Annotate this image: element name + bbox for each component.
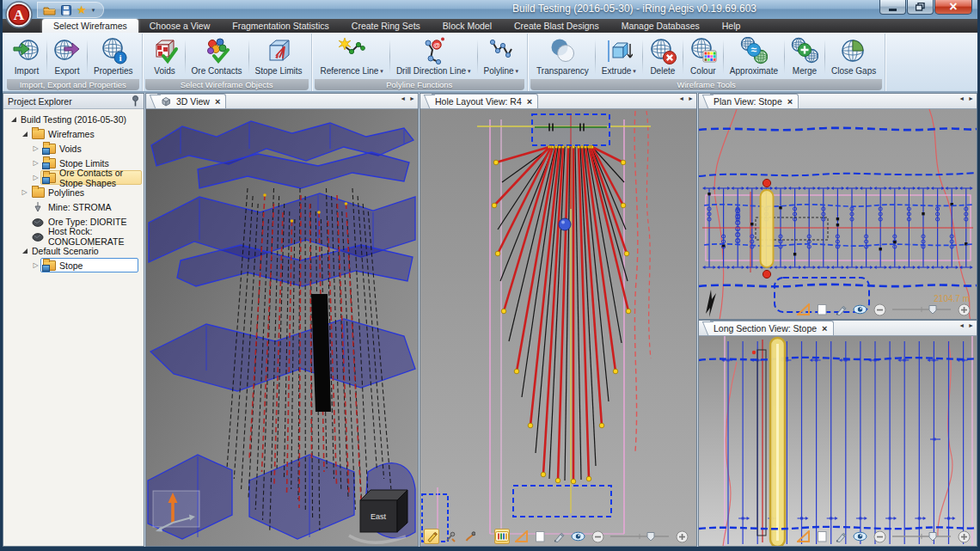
tab-scroll-left-icon[interactable]: ◄ bbox=[959, 95, 965, 101]
page-icon[interactable] bbox=[532, 529, 548, 544]
tab-scroll-left-icon[interactable]: ◄ bbox=[678, 95, 684, 101]
tab-scroll-arrows: ◄ ► bbox=[959, 95, 974, 101]
tree-item-ore-contacts-or-stope-shapes[interactable]: ▷Ore Contacts or Stope Shapes bbox=[5, 170, 142, 185]
transparency-button[interactable]: Transparency bbox=[531, 35, 594, 78]
open-folder-icon[interactable] bbox=[43, 5, 56, 15]
pin-icon[interactable] bbox=[132, 95, 139, 107]
expander-closed-icon[interactable]: ▷ bbox=[31, 262, 40, 269]
tab-hole-layout-close-icon[interactable]: × bbox=[527, 97, 532, 107]
eye-icon[interactable] bbox=[570, 529, 586, 544]
ore-contacts-button[interactable]: Ore Contacts bbox=[187, 35, 248, 78]
zoom-out-icon[interactable] bbox=[590, 529, 605, 544]
menu-tab-manage-databases[interactable]: Manage Databases bbox=[610, 19, 711, 33]
pen-icon[interactable] bbox=[833, 302, 848, 317]
favorites-icon[interactable]: ★ bbox=[77, 4, 87, 15]
expander-open-icon[interactable] bbox=[20, 132, 29, 137]
plan-viewport[interactable] bbox=[699, 109, 977, 320]
ribbon-divider bbox=[723, 40, 724, 74]
annotate-icon[interactable] bbox=[424, 529, 439, 544]
tab-scroll-right-icon[interactable]: ► bbox=[968, 322, 974, 328]
pen-icon[interactable] bbox=[833, 529, 848, 544]
tab-scroll-right-icon[interactable]: ► bbox=[968, 95, 974, 101]
zoom-in-icon[interactable] bbox=[674, 529, 689, 544]
expander-closed-icon[interactable]: ▷ bbox=[20, 189, 29, 196]
expander-closed-icon[interactable]: ▷ bbox=[31, 174, 40, 181]
tab-scroll-right-icon[interactable]: ► bbox=[688, 95, 694, 101]
selected-ring-highlight-long-section[interactable] bbox=[770, 338, 785, 547]
zoom-out-icon[interactable] bbox=[872, 529, 887, 544]
selected-ring-highlight-plan[interactable] bbox=[761, 179, 774, 278]
tab-scroll-right-icon[interactable]: ► bbox=[409, 95, 415, 101]
properties-button[interactable]: iProperties bbox=[89, 35, 138, 78]
page-icon[interactable] bbox=[814, 529, 830, 544]
menu-tab-create-ring-sets[interactable]: Create Ring Sets bbox=[340, 19, 432, 33]
tab-long-section-close-icon[interactable]: × bbox=[822, 324, 827, 334]
zoom-slider-icon[interactable] bbox=[609, 529, 671, 544]
move-hole-tool-icon[interactable] bbox=[443, 529, 458, 544]
plan-view-pane: Plan View: Stope × ◄ ► 2104.7 m bbox=[698, 93, 977, 320]
zoom-slider-icon[interactable] bbox=[891, 302, 952, 317]
charge-tool-icon[interactable] bbox=[462, 529, 477, 544]
export-button[interactable]: Export bbox=[48, 35, 86, 78]
set-square-icon[interactable] bbox=[513, 529, 529, 544]
delete-button[interactable]: Delete bbox=[644, 35, 682, 78]
tab-3d-view-close-icon[interactable]: × bbox=[215, 97, 220, 107]
set-square-icon[interactable] bbox=[795, 529, 811, 544]
close-gaps-button[interactable]: Close Gaps bbox=[826, 35, 881, 78]
eye-icon[interactable] bbox=[852, 529, 868, 544]
set-square-icon[interactable] bbox=[795, 302, 811, 317]
restore-icon bbox=[916, 3, 925, 11]
tree-item-wireframes[interactable]: Wireframes bbox=[5, 126, 142, 141]
pen-icon[interactable] bbox=[551, 529, 567, 544]
menu-tab-block-model[interactable]: Block Model bbox=[432, 19, 503, 33]
colour-button[interactable]: Colour bbox=[684, 35, 722, 78]
tab-scroll-left-icon[interactable]: ◄ bbox=[959, 322, 965, 328]
zoom-in-icon[interactable] bbox=[956, 302, 971, 317]
expander-open-icon[interactable] bbox=[20, 248, 29, 254]
zoom-in-icon[interactable] bbox=[956, 529, 971, 544]
tab-plan-view-close-icon[interactable]: × bbox=[787, 97, 793, 107]
extrude-button[interactable]: Extrude▾ bbox=[597, 35, 641, 78]
app-logo[interactable]: A bbox=[5, 1, 33, 28]
hole-layout-viewport[interactable] bbox=[420, 109, 696, 547]
close-button[interactable]: × bbox=[934, 0, 972, 15]
menu-tab-fragmentation-statistics[interactable]: Fragmentation Statistics bbox=[221, 19, 340, 33]
long-section-viewport[interactable] bbox=[699, 336, 977, 547]
tab-3d-view[interactable]: 3D View × bbox=[157, 94, 226, 108]
merge-button[interactable]: Merge bbox=[786, 35, 824, 78]
eye-icon[interactable] bbox=[852, 302, 868, 317]
colorbar-icon[interactable] bbox=[494, 529, 510, 544]
tab-long-section-view[interactable]: Long Section View: Stope × bbox=[710, 321, 834, 335]
reference-line-button[interactable]: Reference Line▾ bbox=[315, 35, 389, 78]
menu-tab-choose-a-view[interactable]: Choose a View bbox=[138, 19, 221, 33]
polyline-button[interactable]: Polyline▾ bbox=[479, 35, 524, 78]
tree-item-host-rock-conglomerate[interactable]: Host Rock: CONGLOMERATE bbox=[5, 229, 142, 243]
save-icon[interactable] bbox=[61, 5, 71, 15]
tab-scroll-left-icon[interactable]: ◄ bbox=[400, 95, 406, 101]
zoom-out-icon[interactable] bbox=[872, 302, 887, 317]
menu-tab-help[interactable]: Help bbox=[711, 19, 752, 33]
stope-limits-button[interactable]: Stope Limits bbox=[250, 35, 308, 78]
tab-plan-view[interactable]: Plan View: Stope × bbox=[710, 94, 799, 108]
tree-item-build-testing-2016-05-30[interactable]: Build Testing (2016-05-30) bbox=[5, 112, 142, 126]
tree-item-mine-stroma[interactable]: Mine: STROMA bbox=[5, 199, 142, 214]
approximate-button[interactable]: ≈Approximate bbox=[725, 35, 783, 78]
3d-viewport[interactable]: East bbox=[146, 109, 418, 547]
import-button[interactable]: Import bbox=[8, 35, 46, 78]
tree-item-voids[interactable]: ▷Voids bbox=[5, 141, 142, 156]
expander-closed-icon[interactable]: ▷ bbox=[31, 145, 40, 152]
expander-closed-icon[interactable]: ▷ bbox=[31, 160, 40, 167]
zoom-slider-icon[interactable] bbox=[891, 529, 952, 544]
page-icon[interactable] bbox=[814, 302, 830, 317]
minimize-button[interactable] bbox=[879, 0, 906, 15]
title-bar[interactable]: Build Testing (2016-05-30) - iRing Aegis… bbox=[3, 0, 977, 20]
menu-tab-create-blast-designs[interactable]: Create Blast Designs bbox=[503, 19, 610, 33]
tab-hole-layout-view[interactable]: Hole Layout View: R4 × bbox=[432, 94, 538, 108]
drill-direction-line-button[interactable]: @Drill Direction Line▾ bbox=[391, 35, 476, 78]
tree-item-stope[interactable]: ▷Stope bbox=[5, 258, 142, 272]
expander-open-icon[interactable] bbox=[9, 117, 18, 122]
voids-button[interactable]: Voids bbox=[146, 35, 184, 78]
qat-customize-dropdown-icon[interactable]: ▾ bbox=[92, 7, 95, 14]
menu-tab-select-wireframes[interactable]: Select Wireframes bbox=[42, 19, 138, 33]
restore-button[interactable] bbox=[907, 0, 934, 15]
